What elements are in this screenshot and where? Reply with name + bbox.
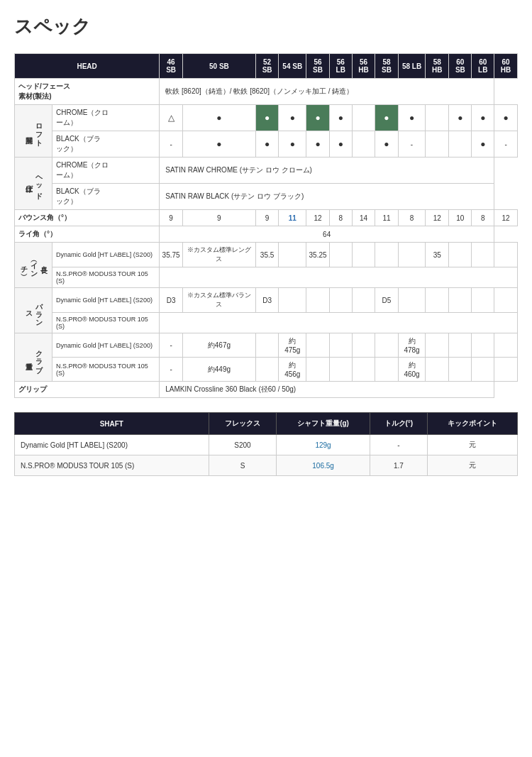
- balance-nspro-row: N.S.PRO® MODUS3 TOUR 105 (S): [15, 313, 518, 333]
- bounce-54sb: 11: [279, 210, 306, 226]
- bounce-60lb: 8: [472, 210, 494, 226]
- grip-label: グリップ: [15, 382, 160, 398]
- bounce-58hb: 12: [426, 210, 449, 226]
- chrome-60sb: ●: [449, 105, 472, 131]
- chrome-finish-value: SATIN RAW CHROME (サテン ロウ クローム): [160, 158, 494, 184]
- len-dg-60hb: [494, 243, 518, 267]
- balance-nspro-value: [160, 313, 518, 333]
- chrome-finish-label: CHROME（クローム）: [52, 158, 160, 184]
- black-label: BLACK（ブラック）: [52, 131, 160, 158]
- black-60lb: ●: [472, 131, 494, 158]
- len-dg-46sb: 35.75: [160, 243, 183, 267]
- wt-np-60sb: [449, 358, 472, 382]
- len-dg-58sb: [375, 243, 398, 267]
- shaft-dg-flex: S200: [209, 435, 277, 455]
- wt-np-58hb: [426, 358, 449, 382]
- chrome-54sb: ●: [279, 105, 306, 131]
- col-50sb: 50 SB: [182, 54, 255, 79]
- wt-np-56sb: [306, 358, 330, 382]
- shaft-nspro-torque: 1.7: [370, 455, 427, 476]
- chrome-finish-row: ヘッド仕上げ CHROME（クローム） SATIN RAW CHROME (サテ…: [15, 158, 518, 184]
- col-60lb: 60 LB: [472, 54, 494, 79]
- black-loft-row: BLACK（ブラック） - ● ● ● ● ● ● - ● -: [15, 131, 518, 158]
- length-label: 長さ（インチ）: [15, 243, 52, 288]
- black-46sb: -: [160, 131, 183, 158]
- black-58lb: -: [398, 131, 426, 158]
- wt-dg-46sb: -: [160, 333, 183, 358]
- shaft-col-kick: キックポイント: [427, 413, 517, 435]
- lie-value: 64: [160, 226, 494, 243]
- balance-dg-label: Dynamic Gold [HT LABEL] (S200): [52, 288, 160, 313]
- black-finish-value: SATIN RAW BLACK (サテン ロウ ブラック): [160, 184, 494, 210]
- chrome-58lb: ●: [398, 105, 426, 131]
- loft-label: ロフト展開: [15, 105, 52, 158]
- col-60sb: 60 SB: [449, 54, 472, 79]
- chrome-58hb: [426, 105, 449, 131]
- wt-np-60lb: [472, 358, 494, 382]
- wt-np-46sb: -: [160, 358, 183, 382]
- spec-table: HEAD 46 SB 50 SB 52 SB 54 SB 56 SB 56 LB…: [14, 53, 518, 398]
- bounce-label: バウンス角（°）: [15, 210, 160, 226]
- len-dg-50sb: ※カスタム標準レングス: [182, 243, 255, 267]
- weight-dg-row: クラブ重量 Dynamic Gold [HT LABEL] (S200) - 約…: [15, 333, 518, 358]
- col-46sb: 46 SB: [160, 54, 183, 79]
- col-58lb: 58 LB: [398, 54, 426, 79]
- shaft-row-dg: Dynamic Gold [HT LABEL] (S200) S200 129g…: [15, 435, 518, 455]
- black-60sb: [449, 131, 472, 158]
- wt-dg-56hb: [352, 333, 375, 358]
- len-dg-52sb: 35.5: [255, 243, 279, 267]
- chrome-loft-row: ロフト展開 CHROME（クローム） △ ● ● ● ● ● ● ● ● ● ●: [15, 105, 518, 131]
- bounce-60sb: 10: [449, 210, 472, 226]
- weight-nspro-label: N.S.PRO® MODUS3 TOUR 105 (S): [52, 358, 160, 382]
- col-60hb: 60 HB: [494, 54, 518, 79]
- shaft-dg-name: Dynamic Gold [HT LABEL] (S200): [15, 435, 209, 455]
- shaft-nspro-name: N.S.PRO® MODUS3 TOUR 105 (S): [15, 455, 209, 476]
- bal-dg-58sb: D5: [375, 288, 398, 313]
- length-dg-row: 長さ（インチ） Dynamic Gold [HT LABEL] (S200) 3…: [15, 243, 518, 267]
- chrome-60lb: ●: [472, 105, 494, 131]
- black-58sb: ●: [375, 131, 398, 158]
- wt-dg-60hb: [494, 333, 518, 358]
- len-dg-56hb: [352, 243, 375, 267]
- lie-row: ライ角（°） 64: [15, 226, 518, 243]
- shaft-row-nspro: N.S.PRO® MODUS3 TOUR 105 (S) S 106.5g 1.…: [15, 455, 518, 476]
- chrome-60hb: ●: [494, 105, 518, 131]
- col-58sb: 58 SB: [375, 54, 398, 79]
- col-56sb: 56 SB: [306, 54, 330, 79]
- grip-row: グリップ LAMKIN Crossline 360 Black (径60 / 5…: [15, 382, 518, 398]
- bal-dg-60hb: [494, 288, 518, 313]
- wt-np-54sb: 約456g: [279, 358, 306, 382]
- bounce-58lb: 8: [398, 210, 426, 226]
- shaft-nspro-flex: S: [209, 455, 277, 476]
- head-material-value: 軟鉄 [8620]（鋳造）/ 軟鉄 [8620]（ノンメッキ加工 / 鋳造）: [160, 79, 494, 105]
- bal-dg-54sb: [279, 288, 306, 313]
- bounce-56sb: 12: [306, 210, 330, 226]
- chrome-46sb: △: [160, 105, 183, 131]
- black-finish-row: BLACK（ブラック） SATIN RAW BLACK (サテン ロウ ブラック…: [15, 184, 518, 210]
- bounce-58sb: 11: [375, 210, 398, 226]
- black-50sb: ●: [182, 131, 255, 158]
- shaft-nspro-kick: 元: [427, 455, 517, 476]
- balance-nspro-label: N.S.PRO® MODUS3 TOUR 105 (S): [52, 313, 160, 333]
- wt-dg-54sb: 約475g: [279, 333, 306, 358]
- length-nspro-row: N.S.PRO® MODUS3 TOUR 105 (S): [15, 267, 518, 288]
- wt-dg-58hb: [426, 333, 449, 358]
- bal-dg-56sb: [306, 288, 330, 313]
- length-nspro-label: N.S.PRO® MODUS3 TOUR 105 (S): [52, 267, 160, 288]
- lie-label: ライ角（°）: [15, 226, 160, 243]
- wt-dg-56sb: [306, 333, 330, 358]
- len-dg-60sb: [449, 243, 472, 267]
- bal-dg-56hb: [352, 288, 375, 313]
- weight-dg-label: Dynamic Gold [HT LABEL] (S200): [52, 333, 160, 358]
- wt-np-60hb: [494, 358, 518, 382]
- bal-dg-58lb: [398, 288, 426, 313]
- chrome-50sb: ●: [182, 105, 255, 131]
- bounce-50sb: 9: [182, 210, 255, 226]
- wt-dg-56lb: [329, 333, 352, 358]
- bal-dg-50sb: ※カスタム標準バランス: [182, 288, 255, 313]
- wt-np-56lb: [329, 358, 352, 382]
- len-dg-56sb: 35.25: [306, 243, 330, 267]
- balance-dg-row: バランス Dynamic Gold [HT LABEL] (S200) D3 ※…: [15, 288, 518, 313]
- len-dg-58lb: [398, 243, 426, 267]
- bounce-52sb: 9: [255, 210, 279, 226]
